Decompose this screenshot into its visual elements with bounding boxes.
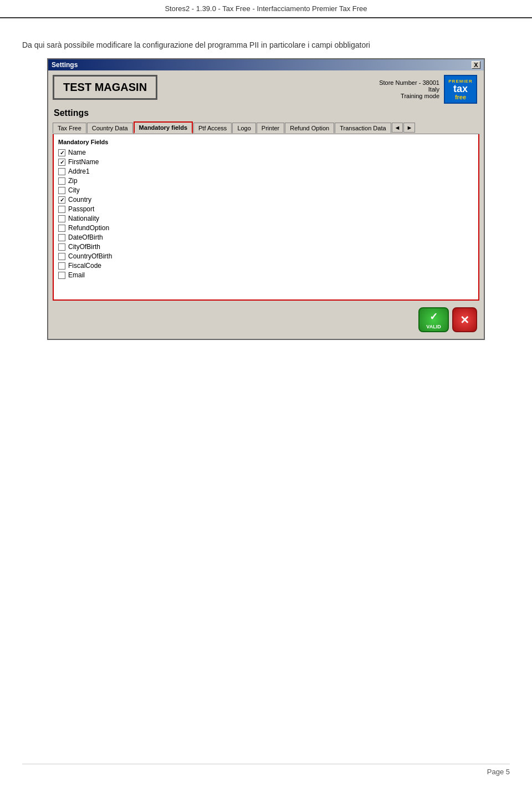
mandatory-fields-panel: Mandatory Fields NameFirstNameAddre1ZipC… — [53, 134, 479, 301]
window-title: Settings — [52, 61, 78, 69]
tab-mandatory-fields[interactable]: Mandatory fields — [134, 121, 193, 134]
store-info: Store Number - 38001 Italy Training mode… — [157, 75, 479, 104]
close-button[interactable]: X — [472, 61, 480, 69]
checkbox-item-zip[interactable]: Zip — [58, 177, 474, 185]
intro-text: Da qui sarà possibile modificare la conf… — [22, 40, 510, 49]
logo-free: free — [455, 94, 466, 100]
tabs-container: Tax Free Country Data Mandatory fields P… — [53, 121, 479, 134]
checkbox-label-city: City — [68, 186, 80, 194]
page-header: Stores2 - 1.39.0 - Tax Free - Interfacci… — [0, 0, 532, 18]
checkbox-item-country[interactable]: Country — [58, 196, 474, 204]
tab-transaction-data[interactable]: Transaction Data — [335, 123, 391, 133]
cancel-button[interactable]: ✕ — [452, 307, 477, 332]
checkbox-label-email: Email — [68, 271, 85, 279]
tab-refund-option[interactable]: Refund Option — [285, 123, 334, 133]
store-header: TEST MAGASIN Store Number - 38001 Italy … — [53, 75, 479, 104]
cancel-icon: ✕ — [460, 313, 469, 327]
header-title: Stores2 - 1.39.0 - Tax Free - Interfacci… — [165, 4, 367, 13]
checkbox-item-nationality[interactable]: Nationality — [58, 215, 474, 222]
checkbox-firstname[interactable] — [58, 159, 65, 166]
checkbox-label-fiscalcode: FiscalCode — [68, 262, 101, 270]
checkbox-item-firstname[interactable]: FirstName — [58, 158, 474, 166]
checkbox-label-firstname: FirstName — [68, 158, 99, 166]
checkbox-label-cityofbirth: CityOfBirth — [68, 243, 100, 251]
checkbox-item-countryofbirth[interactable]: CountryOfBirth — [58, 252, 474, 260]
settings-window: Settings X TEST MAGASIN Store Number - 3… — [47, 58, 485, 340]
checkbox-fiscalcode[interactable] — [58, 262, 65, 270]
store-number: Store Number - 38001 — [379, 79, 439, 86]
checkbox-item-passport[interactable]: Passport — [58, 205, 474, 213]
valid-button[interactable]: ✓ VALID — [418, 307, 449, 332]
checkbox-label-addre1: Addre1 — [68, 167, 90, 175]
tab-arrow-right[interactable]: ► — [403, 123, 415, 133]
page-footer: Page 5 — [22, 764, 510, 776]
checkbox-item-city[interactable]: City — [58, 186, 474, 194]
checkbox-email[interactable] — [58, 272, 65, 279]
tab-arrow-left[interactable]: ◄ — [392, 123, 403, 133]
checkbox-zip[interactable] — [58, 177, 65, 185]
checkbox-item-fiscalcode[interactable]: FiscalCode — [58, 262, 474, 270]
page-number: Page 5 — [487, 768, 510, 776]
tab-ptf-access[interactable]: Ptf Access — [193, 123, 232, 133]
page-content: Da qui sarà possibile modificare la conf… — [0, 18, 532, 362]
checkbox-label-dateofbirth: DateOfBirth — [68, 233, 103, 241]
checkbox-item-email[interactable]: Email — [58, 271, 474, 279]
checkbox-label-name: Name — [68, 149, 86, 156]
checkbox-passport[interactable] — [58, 206, 65, 213]
checkbox-label-refundoption: RefundOption — [68, 224, 109, 232]
store-info-text: Store Number - 38001 Italy Training mode — [379, 79, 439, 99]
mandatory-fields-list: NameFirstNameAddre1ZipCityCountryPasspor… — [58, 149, 474, 279]
checkbox-nationality[interactable] — [58, 215, 65, 222]
checkbox-dateofbirth[interactable] — [58, 234, 65, 241]
checkbox-item-name[interactable]: Name — [58, 149, 474, 156]
store-name: TEST MAGASIN — [53, 75, 157, 100]
checkbox-cityofbirth[interactable] — [58, 243, 65, 251]
checkbox-label-countryofbirth: CountryOfBirth — [68, 252, 112, 260]
window-bottom: ✓ VALID ✕ — [53, 305, 479, 334]
checkbox-countryofbirth[interactable] — [58, 253, 65, 260]
valid-label: VALID — [426, 324, 441, 329]
checkbox-label-country: Country — [68, 196, 91, 204]
checkbox-city[interactable] — [58, 187, 65, 194]
store-mode: Training mode — [379, 93, 439, 99]
checkbox-name[interactable] — [58, 149, 65, 156]
mandatory-fields-title: Mandatory Fields — [58, 139, 474, 145]
logo-tax: tax — [453, 84, 468, 94]
title-bar: Settings X — [48, 59, 484, 70]
checkbox-refundoption[interactable] — [58, 225, 65, 232]
checkbox-item-refundoption[interactable]: RefundOption — [58, 224, 474, 232]
checkbox-item-dateofbirth[interactable]: DateOfBirth — [58, 233, 474, 241]
checkbox-label-nationality: Nationality — [68, 215, 99, 222]
checkbox-addre1[interactable] — [58, 168, 65, 175]
tab-country-data[interactable]: Country Data — [87, 123, 133, 133]
checkbox-label-passport: Passport — [68, 205, 94, 213]
checkbox-item-cityofbirth[interactable]: CityOfBirth — [58, 243, 474, 251]
tab-logo[interactable]: Logo — [232, 123, 255, 133]
store-country: Italy — [379, 86, 439, 93]
window-body: TEST MAGASIN Store Number - 38001 Italy … — [48, 70, 484, 339]
tab-printer[interactable]: Printer — [257, 123, 284, 133]
valid-checkmark: ✓ — [429, 311, 438, 323]
checkbox-country[interactable] — [58, 196, 65, 204]
settings-heading: Settings — [53, 108, 479, 118]
checkbox-label-zip: Zip — [68, 177, 78, 185]
checkbox-item-addre1[interactable]: Addre1 — [58, 167, 474, 175]
tab-tax-free[interactable]: Tax Free — [53, 123, 86, 133]
tax-free-logo: PREMIER tax free — [444, 75, 477, 104]
